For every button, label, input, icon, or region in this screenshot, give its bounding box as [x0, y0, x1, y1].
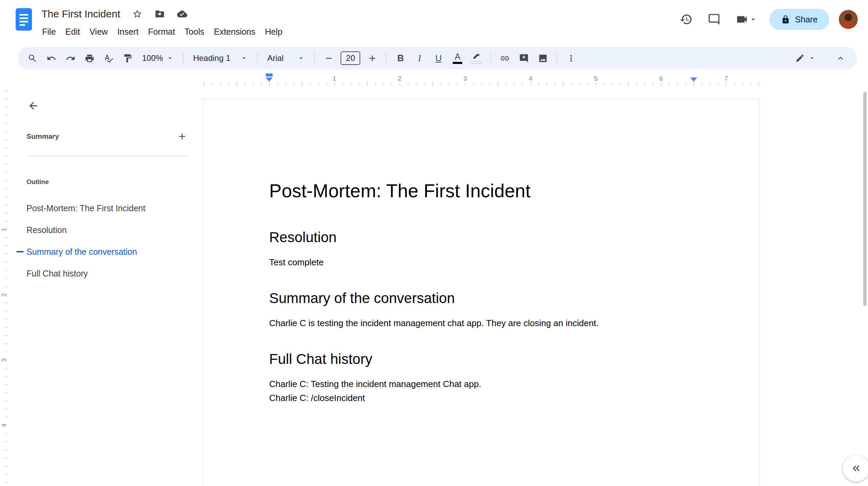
star-icon[interactable] — [132, 9, 143, 19]
ruler-number: 4 — [527, 75, 534, 82]
toolbar-divider — [386, 52, 386, 64]
toolbar-divider — [314, 52, 315, 64]
menu-help[interactable]: Help — [260, 24, 287, 39]
menu-bar: File Edit View Insert Format Tools Exten… — [37, 24, 287, 39]
toolbar-divider — [490, 52, 491, 64]
menu-file[interactable]: File — [37, 24, 60, 39]
highlight-color-swatch — [472, 62, 481, 64]
highlight-color-button[interactable] — [468, 50, 485, 67]
plus-icon — [177, 131, 187, 141]
toolbar-divider — [557, 52, 557, 64]
toolbar: 100% Heading 1 Arial 20 B I U — [18, 47, 857, 69]
app-header: The First Incident File Edit View Insert… — [0, 0, 868, 45]
text-color-swatch — [453, 62, 462, 64]
meet-call-button[interactable] — [733, 11, 760, 28]
ruler-number: 2 — [0, 290, 8, 300]
font-family-value: Arial — [267, 53, 283, 63]
ruler-number: 1 — [331, 75, 338, 82]
collapse-toolbar-button[interactable] — [832, 50, 849, 67]
more-options-button[interactable] — [562, 50, 579, 67]
outline-item-active[interactable]: Summary of the conversation — [27, 245, 186, 258]
bold-button[interactable]: B — [392, 50, 409, 67]
outline-label: Outline — [27, 178, 49, 186]
text-color-button[interactable]: A — [449, 50, 466, 67]
document-title[interactable]: The First Incident — [41, 7, 120, 21]
ruler-number: 7 — [723, 75, 730, 82]
sidebar-divider — [27, 156, 190, 156]
zoom-value: 100% — [142, 53, 163, 63]
undo-button[interactable] — [43, 50, 60, 67]
spellcheck-button[interactable] — [100, 50, 117, 67]
paragraph-style-select[interactable]: Heading 1 — [189, 50, 252, 67]
back-arrow-icon — [28, 100, 39, 112]
menu-tools[interactable]: Tools — [180, 24, 209, 39]
doc-paragraph: Charlie C: Testing the incident manageme… — [269, 377, 694, 391]
ruler-number: 4 — [0, 420, 8, 431]
font-size-input[interactable]: 20 — [341, 51, 360, 65]
move-folder-icon[interactable] — [154, 9, 165, 19]
doc-title-heading: Post-Mortem: The First Incident — [269, 180, 694, 202]
share-label: Share — [795, 15, 818, 24]
paragraph-style-value: Heading 1 — [193, 53, 230, 63]
document-page[interactable]: Post-Mortem: The First Incident Resoluti… — [204, 99, 759, 486]
collapse-side-panel-button[interactable] — [843, 455, 868, 482]
redo-button[interactable] — [62, 50, 79, 67]
menu-view[interactable]: View — [85, 24, 112, 39]
zoom-dropdown-icon — [166, 54, 174, 62]
ruler-number: 3 — [462, 75, 469, 82]
outline-item[interactable]: Resolution — [27, 223, 186, 237]
underline-button[interactable]: U — [430, 50, 447, 67]
font-dropdown-icon — [297, 54, 305, 62]
doc-heading: Summary of the conversation — [269, 289, 694, 307]
ruler-number: 1 — [0, 224, 8, 235]
left-indent-marker[interactable] — [266, 78, 273, 82]
comments-icon[interactable] — [705, 10, 723, 29]
outline-item[interactable]: Full Chat history — [27, 267, 186, 280]
google-docs-app: The First Incident File Edit View Insert… — [0, 0, 868, 486]
mode-dropdown-icon — [808, 54, 816, 62]
style-dropdown-icon — [240, 54, 248, 62]
horizontal-ruler[interactable]: 1 2 3 4 5 6 7 — [204, 73, 759, 88]
right-indent-marker[interactable] — [690, 78, 697, 82]
docs-logo-icon[interactable] — [16, 8, 32, 31]
ruler-number: 2 — [396, 75, 403, 82]
close-outline-button[interactable] — [25, 98, 41, 114]
version-history-icon[interactable] — [677, 10, 695, 29]
insert-link-button[interactable] — [496, 50, 513, 67]
italic-button[interactable]: I — [411, 50, 428, 67]
font-family-select[interactable]: Arial — [263, 50, 309, 67]
outline-item[interactable]: Post-Mortem: The First Incident — [27, 201, 186, 215]
document-title-row: The First Incident — [41, 7, 188, 21]
search-icon[interactable] — [24, 50, 41, 67]
first-line-indent-marker[interactable] — [266, 73, 273, 77]
add-summary-button[interactable] — [175, 129, 190, 144]
editing-mode-select[interactable] — [791, 50, 820, 67]
menu-insert[interactable]: Insert — [112, 24, 143, 39]
share-button[interactable]: Share — [769, 9, 829, 30]
toolbar-divider — [183, 52, 184, 64]
print-button[interactable] — [81, 50, 98, 67]
document-content[interactable]: Post-Mortem: The First Incident Resoluti… — [204, 99, 759, 405]
insert-image-button[interactable] — [534, 50, 551, 67]
current-position-indicator — [16, 251, 24, 252]
ruler-number: 3 — [0, 355, 8, 365]
decrease-font-size-button[interactable] — [320, 50, 337, 67]
summary-label: Summary — [27, 132, 59, 140]
doc-section-chat-history: Full Chat history Charlie C: Testing the… — [269, 350, 694, 405]
increase-font-size-button[interactable] — [364, 50, 381, 67]
menu-edit[interactable]: Edit — [60, 24, 85, 39]
doc-paragraph: Charlie C is testing the incident manage… — [269, 316, 694, 330]
vertical-scrollbar[interactable] — [863, 92, 867, 306]
add-comment-button[interactable] — [515, 50, 532, 67]
menu-extensions[interactable]: Extensions — [209, 24, 260, 39]
summary-section: Summary — [27, 129, 190, 144]
lock-icon — [781, 15, 790, 24]
zoom-select[interactable]: 100% — [138, 50, 178, 67]
avatar[interactable] — [839, 10, 858, 29]
vertical-ruler[interactable]: 1 2 3 4 — [0, 89, 9, 486]
paint-format-button[interactable] — [119, 50, 136, 67]
doc-heading: Resolution — [269, 229, 694, 246]
doc-section-summary: Summary of the conversation Charlie C is… — [269, 289, 694, 330]
toolbar-right-group — [791, 50, 851, 67]
menu-format[interactable]: Format — [143, 24, 180, 39]
